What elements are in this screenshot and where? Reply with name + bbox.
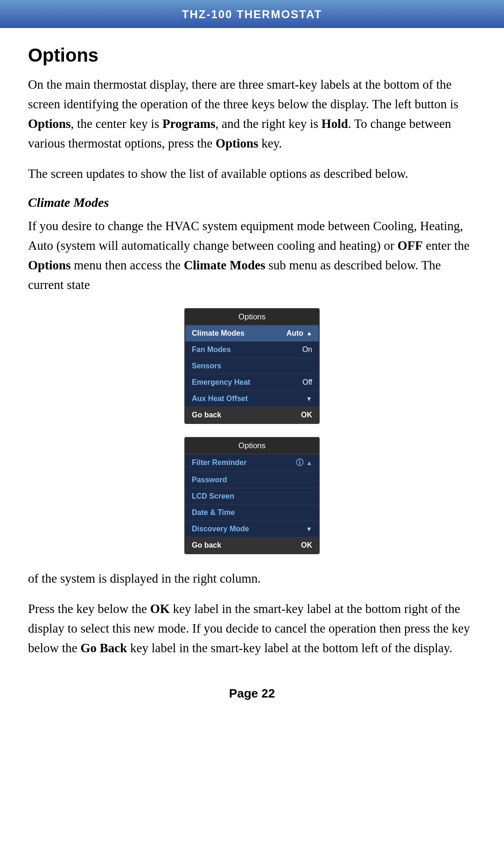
menu-item-filter-reminder: Filter Reminder ⓘ ▲ <box>185 454 319 472</box>
screen1-menu: Climate Modes Auto ▲ Fan Modes On Sensor… <box>185 325 319 407</box>
discovery-mode-label: Discovery Mode <box>192 525 249 533</box>
sensors-label: Sensors <box>192 362 221 370</box>
after-screens-paragraph2: Press the key below the OK key label in … <box>28 599 476 658</box>
fan-modes-value: On <box>302 345 312 354</box>
aux-heat-offset-label: Aux Heat Offset <box>192 395 248 403</box>
aux-heat-scroll-indicator: ▼ <box>306 395 312 402</box>
filter-reminder-value: ⓘ ▲ <box>296 458 312 468</box>
intro-paragraph: On the main thermostat display, there ar… <box>28 75 476 153</box>
screen1-footer-left: Go back <box>192 411 221 419</box>
header-title: THZ-100 Thermostat <box>182 8 322 21</box>
bold-options-2: Options <box>216 136 259 150</box>
screen1-footer-right: OK <box>301 411 312 419</box>
after-screens-paragraph1: of the system is displayed in the right … <box>28 569 476 589</box>
bold-off: OFF <box>398 239 423 253</box>
page-number: Page 22 <box>28 686 476 701</box>
screen2-menu: Filter Reminder ⓘ ▲ Password LCD Screen … <box>185 454 319 537</box>
thermostat-screen-1: Options Climate Modes Auto ▲ Fan Modes O… <box>184 308 320 424</box>
bold-programs: Programs <box>162 117 215 131</box>
screen1-title: Options <box>185 309 319 325</box>
bold-hold: Hold <box>322 117 348 131</box>
menu-item-discovery-mode: Discovery Mode ▼ <box>185 521 319 537</box>
section-paragraph: If you desire to change the HVAC system … <box>28 217 476 295</box>
menu-item-aux-heat-offset: Aux Heat Offset ▼ <box>185 391 319 407</box>
screen2-footer: Go back OK <box>185 537 319 553</box>
menu-item-fan-modes: Fan Modes On <box>185 342 319 358</box>
scroll-up-indicator: ▲ <box>306 330 312 337</box>
screen1-footer: Go back OK <box>185 407 319 423</box>
menu-item-date-time: Date & Time <box>185 505 319 521</box>
lcd-screen-label: LCD Screen <box>192 492 234 501</box>
date-time-label: Date & Time <box>192 508 235 517</box>
menu-item-password: Password <box>185 472 319 488</box>
menu-item-climate-modes: Climate Modes Auto ▲ <box>185 325 319 342</box>
section-title: Climate Modes <box>28 195 476 210</box>
screen2-title: Options <box>185 438 319 454</box>
bold-go-back: Go Back <box>80 641 127 655</box>
filter-scroll-up: ▲ <box>306 459 312 466</box>
page-title: Options <box>28 45 476 66</box>
screen2-footer-left: Go back <box>192 541 221 550</box>
discovery-mode-scroll-indicator: ▼ <box>306 525 312 533</box>
bold-climate-modes: Climate Modes <box>184 258 266 272</box>
filter-reminder-label: Filter Reminder <box>192 458 246 467</box>
climate-modes-value: Auto ▲ <box>287 329 312 338</box>
screen2-footer-right: OK <box>301 541 312 550</box>
emergency-heat-label: Emergency Heat <box>192 378 250 387</box>
second-paragraph: The screen updates to show the list of a… <box>28 164 476 184</box>
thermostat-screen-2: Options Filter Reminder ⓘ ▲ Password LCD… <box>184 437 320 554</box>
password-label: Password <box>192 476 227 484</box>
page-header: THZ-100 Thermostat <box>0 0 504 28</box>
menu-item-sensors: Sensors <box>185 358 319 374</box>
fan-modes-label: Fan Modes <box>192 345 231 354</box>
emergency-heat-value: Off <box>302 378 312 387</box>
climate-modes-label: Climate Modes <box>192 329 245 338</box>
bold-options: Options <box>28 117 71 131</box>
bold-ok: OK <box>150 602 170 616</box>
bold-options-3: Options <box>28 258 71 272</box>
screens-container: Options Climate Modes Auto ▲ Fan Modes O… <box>28 308 476 554</box>
menu-item-emergency-heat: Emergency Heat Off <box>185 374 319 391</box>
menu-item-lcd-screen: LCD Screen <box>185 488 319 505</box>
